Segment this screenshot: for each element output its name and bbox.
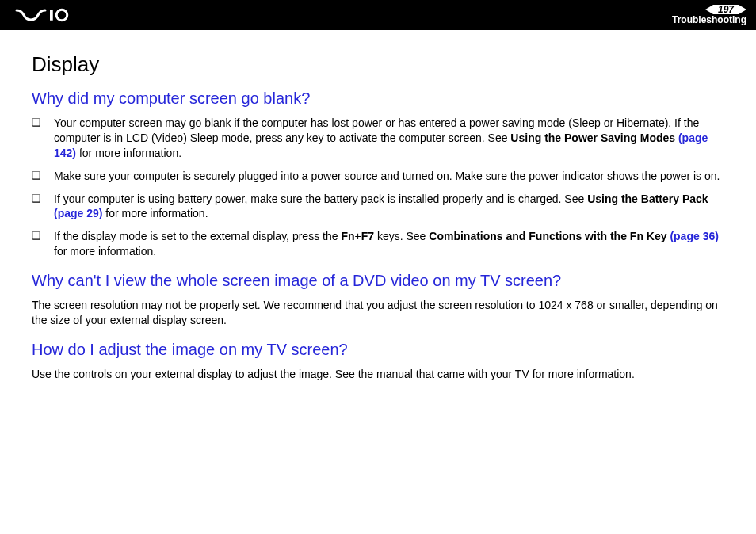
text: for more information. [76, 147, 181, 159]
prev-page-arrow-icon[interactable] [705, 5, 713, 14]
body-text: Use the controls on your external displa… [32, 367, 727, 382]
next-page-arrow-icon[interactable] [739, 5, 746, 14]
text: for more information. [54, 245, 156, 257]
text: + [354, 230, 361, 242]
bold-text: Using the Battery Pack [587, 193, 708, 205]
key-name: F7 [361, 230, 374, 242]
bold-text: Using the Power Saving Modes [510, 132, 678, 144]
svg-rect-0 [50, 10, 53, 21]
page-title: Display [32, 52, 727, 77]
list-item: If the display mode is set to the extern… [32, 229, 727, 259]
question-heading-blank-screen: Why did my computer screen go blank? [32, 90, 727, 108]
question-heading-dvd-tv: Why can't I view the whole screen image … [32, 272, 727, 290]
section-label: Troubleshooting [672, 15, 746, 25]
vaio-logo-svg [14, 8, 90, 22]
vaio-logo [14, 8, 90, 22]
content-area: Display Why did my computer screen go bl… [0, 30, 756, 534]
svg-point-1 [56, 10, 67, 21]
list-item: If your computer is using battery power,… [32, 192, 727, 222]
bullet-list-blank-screen: Your computer screen may go blank if the… [32, 116, 727, 259]
list-item: Make sure your computer is securely plug… [32, 169, 727, 184]
header-bar: 197 Troubleshooting [0, 0, 756, 30]
question-heading-adjust-tv: How do I adjust the image on my TV scree… [32, 341, 727, 359]
page: 197 Troubleshooting Display Why did my c… [0, 0, 756, 534]
text: keys. See [374, 230, 429, 242]
body-text: The screen resolution may not be properl… [32, 298, 727, 328]
key-name: Fn [341, 230, 354, 242]
page-number: 197 [713, 5, 739, 14]
page-navigation: 197 [705, 5, 746, 14]
text: If your computer is using battery power,… [54, 193, 587, 205]
page-link[interactable]: (page 29) [54, 207, 102, 219]
bold-text: Combinations and Functions with the Fn K… [429, 230, 670, 242]
text: If the display mode is set to the extern… [54, 230, 341, 242]
header-right: 197 Troubleshooting [672, 5, 746, 25]
list-item: Your computer screen may go blank if the… [32, 116, 727, 161]
page-link[interactable]: (page 36) [670, 230, 718, 242]
text: for more information. [102, 207, 208, 219]
